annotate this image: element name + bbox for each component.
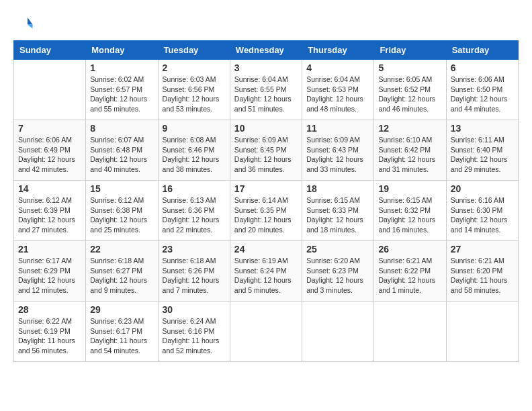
day-number: 28 xyxy=(18,304,81,315)
day-info: Sunrise: 6:06 AM Sunset: 6:49 PM Dayligh… xyxy=(18,135,81,175)
day-number: 12 xyxy=(378,123,441,134)
svg-marker-1 xyxy=(28,25,33,29)
calendar-cell: 18Sunrise: 6:15 AM Sunset: 6:33 PM Dayli… xyxy=(302,181,374,241)
day-info: Sunrise: 6:22 AM Sunset: 6:19 PM Dayligh… xyxy=(18,316,81,356)
calendar-cell: 25Sunrise: 6:20 AM Sunset: 6:23 PM Dayli… xyxy=(302,241,374,302)
day-info: Sunrise: 6:09 AM Sunset: 6:43 PM Dayligh… xyxy=(306,135,369,175)
day-info: Sunrise: 6:17 AM Sunset: 6:29 PM Dayligh… xyxy=(18,256,81,295)
column-header-friday: Friday xyxy=(374,41,446,60)
calendar-cell: 7Sunrise: 6:06 AM Sunset: 6:49 PM Daylig… xyxy=(14,120,86,181)
page-header xyxy=(13,13,519,34)
day-info: Sunrise: 6:21 AM Sunset: 6:22 PM Dayligh… xyxy=(378,256,441,295)
day-info: Sunrise: 6:06 AM Sunset: 6:50 PM Dayligh… xyxy=(451,75,514,114)
day-info: Sunrise: 6:15 AM Sunset: 6:32 PM Dayligh… xyxy=(378,195,441,235)
column-header-thursday: Thursday xyxy=(302,41,374,60)
calendar-cell: 10Sunrise: 6:09 AM Sunset: 6:45 PM Dayli… xyxy=(230,120,302,181)
day-info: Sunrise: 6:04 AM Sunset: 6:53 PM Dayligh… xyxy=(306,75,369,114)
calendar-week-row: 28Sunrise: 6:22 AM Sunset: 6:19 PM Dayli… xyxy=(14,302,519,362)
column-header-saturday: Saturday xyxy=(446,41,518,60)
day-number: 26 xyxy=(378,244,441,255)
calendar-cell: 28Sunrise: 6:22 AM Sunset: 6:19 PM Dayli… xyxy=(14,302,86,362)
calendar-cell: 14Sunrise: 6:12 AM Sunset: 6:39 PM Dayli… xyxy=(14,181,86,241)
day-info: Sunrise: 6:02 AM Sunset: 6:57 PM Dayligh… xyxy=(90,75,153,114)
day-number: 25 xyxy=(306,244,369,255)
calendar-table: SundayMondayTuesdayWednesdayThursdayFrid… xyxy=(13,40,519,362)
day-info: Sunrise: 6:07 AM Sunset: 6:48 PM Dayligh… xyxy=(90,135,153,175)
day-number: 27 xyxy=(451,244,514,255)
day-number: 30 xyxy=(163,304,226,315)
calendar-cell xyxy=(14,60,86,120)
day-info: Sunrise: 6:20 AM Sunset: 6:23 PM Dayligh… xyxy=(306,256,369,295)
calendar-cell: 9Sunrise: 6:08 AM Sunset: 6:46 PM Daylig… xyxy=(158,120,230,181)
calendar-cell: 2Sunrise: 6:03 AM Sunset: 6:56 PM Daylig… xyxy=(158,60,230,120)
day-info: Sunrise: 6:19 AM Sunset: 6:24 PM Dayligh… xyxy=(234,256,298,295)
calendar-cell: 5Sunrise: 6:05 AM Sunset: 6:52 PM Daylig… xyxy=(374,60,446,120)
calendar-cell xyxy=(374,302,446,362)
day-info: Sunrise: 6:03 AM Sunset: 6:56 PM Dayligh… xyxy=(163,75,226,114)
day-info: Sunrise: 6:23 AM Sunset: 6:17 PM Dayligh… xyxy=(90,316,153,356)
day-number: 15 xyxy=(90,183,153,194)
day-info: Sunrise: 6:08 AM Sunset: 6:46 PM Dayligh… xyxy=(163,135,226,175)
column-header-monday: Monday xyxy=(86,41,158,60)
calendar-cell: 12Sunrise: 6:10 AM Sunset: 6:42 PM Dayli… xyxy=(374,120,446,181)
day-number: 7 xyxy=(18,123,81,134)
calendar-cell: 13Sunrise: 6:11 AM Sunset: 6:40 PM Dayli… xyxy=(446,120,518,181)
svg-marker-0 xyxy=(28,17,33,25)
day-info: Sunrise: 6:09 AM Sunset: 6:45 PM Dayligh… xyxy=(234,135,298,175)
day-number: 5 xyxy=(378,62,441,73)
day-number: 24 xyxy=(234,244,298,255)
day-number: 2 xyxy=(163,62,226,73)
calendar-cell: 3Sunrise: 6:04 AM Sunset: 6:55 PM Daylig… xyxy=(230,60,302,120)
day-number: 16 xyxy=(163,183,226,194)
calendar-week-row: 7Sunrise: 6:06 AM Sunset: 6:49 PM Daylig… xyxy=(14,120,519,181)
day-number: 21 xyxy=(18,244,81,255)
day-info: Sunrise: 6:12 AM Sunset: 6:39 PM Dayligh… xyxy=(18,195,81,235)
day-number: 20 xyxy=(451,183,514,194)
day-info: Sunrise: 6:05 AM Sunset: 6:52 PM Dayligh… xyxy=(378,75,441,114)
day-info: Sunrise: 6:10 AM Sunset: 6:42 PM Dayligh… xyxy=(378,135,441,175)
day-info: Sunrise: 6:24 AM Sunset: 6:16 PM Dayligh… xyxy=(163,316,226,356)
logo-icon xyxy=(13,13,34,34)
calendar-cell xyxy=(230,302,302,362)
calendar-cell: 16Sunrise: 6:13 AM Sunset: 6:36 PM Dayli… xyxy=(158,181,230,241)
calendar-week-row: 1Sunrise: 6:02 AM Sunset: 6:57 PM Daylig… xyxy=(14,60,519,120)
day-info: Sunrise: 6:18 AM Sunset: 6:27 PM Dayligh… xyxy=(90,256,153,295)
day-info: Sunrise: 6:12 AM Sunset: 6:38 PM Dayligh… xyxy=(90,195,153,235)
calendar-cell: 30Sunrise: 6:24 AM Sunset: 6:16 PM Dayli… xyxy=(158,302,230,362)
calendar-cell: 19Sunrise: 6:15 AM Sunset: 6:32 PM Dayli… xyxy=(374,181,446,241)
day-number: 19 xyxy=(378,183,441,194)
day-number: 6 xyxy=(451,62,514,73)
day-number: 14 xyxy=(18,183,81,194)
calendar-cell: 23Sunrise: 6:18 AM Sunset: 6:26 PM Dayli… xyxy=(158,241,230,302)
calendar-cell: 17Sunrise: 6:14 AM Sunset: 6:35 PM Dayli… xyxy=(230,181,302,241)
day-info: Sunrise: 6:04 AM Sunset: 6:55 PM Dayligh… xyxy=(234,75,298,114)
day-number: 1 xyxy=(90,62,153,73)
day-info: Sunrise: 6:15 AM Sunset: 6:33 PM Dayligh… xyxy=(306,195,369,235)
day-info: Sunrise: 6:18 AM Sunset: 6:26 PM Dayligh… xyxy=(163,256,226,295)
calendar-week-row: 14Sunrise: 6:12 AM Sunset: 6:39 PM Dayli… xyxy=(14,181,519,241)
calendar-cell: 29Sunrise: 6:23 AM Sunset: 6:17 PM Dayli… xyxy=(86,302,158,362)
calendar-cell: 4Sunrise: 6:04 AM Sunset: 6:53 PM Daylig… xyxy=(302,60,374,120)
calendar-cell: 26Sunrise: 6:21 AM Sunset: 6:22 PM Dayli… xyxy=(374,241,446,302)
day-number: 11 xyxy=(306,123,369,134)
calendar-cell: 21Sunrise: 6:17 AM Sunset: 6:29 PM Dayli… xyxy=(14,241,86,302)
calendar-week-row: 21Sunrise: 6:17 AM Sunset: 6:29 PM Dayli… xyxy=(14,241,519,302)
day-info: Sunrise: 6:11 AM Sunset: 6:40 PM Dayligh… xyxy=(451,135,514,175)
calendar-header-row: SundayMondayTuesdayWednesdayThursdayFrid… xyxy=(14,41,519,60)
day-number: 29 xyxy=(90,304,153,315)
calendar-cell: 24Sunrise: 6:19 AM Sunset: 6:24 PM Dayli… xyxy=(230,241,302,302)
calendar-cell: 6Sunrise: 6:06 AM Sunset: 6:50 PM Daylig… xyxy=(446,60,518,120)
calendar-cell xyxy=(302,302,374,362)
calendar-cell: 27Sunrise: 6:21 AM Sunset: 6:20 PM Dayli… xyxy=(446,241,518,302)
day-number: 9 xyxy=(163,123,226,134)
column-header-sunday: Sunday xyxy=(14,41,86,60)
calendar-cell: 20Sunrise: 6:16 AM Sunset: 6:30 PM Dayli… xyxy=(446,181,518,241)
calendar-cell: 8Sunrise: 6:07 AM Sunset: 6:48 PM Daylig… xyxy=(86,120,158,181)
day-number: 22 xyxy=(90,244,153,255)
day-number: 13 xyxy=(451,123,514,134)
day-number: 3 xyxy=(234,62,298,73)
calendar-cell xyxy=(446,302,518,362)
column-header-wednesday: Wednesday xyxy=(230,41,302,60)
day-number: 4 xyxy=(306,62,369,73)
day-info: Sunrise: 6:13 AM Sunset: 6:36 PM Dayligh… xyxy=(163,195,226,235)
